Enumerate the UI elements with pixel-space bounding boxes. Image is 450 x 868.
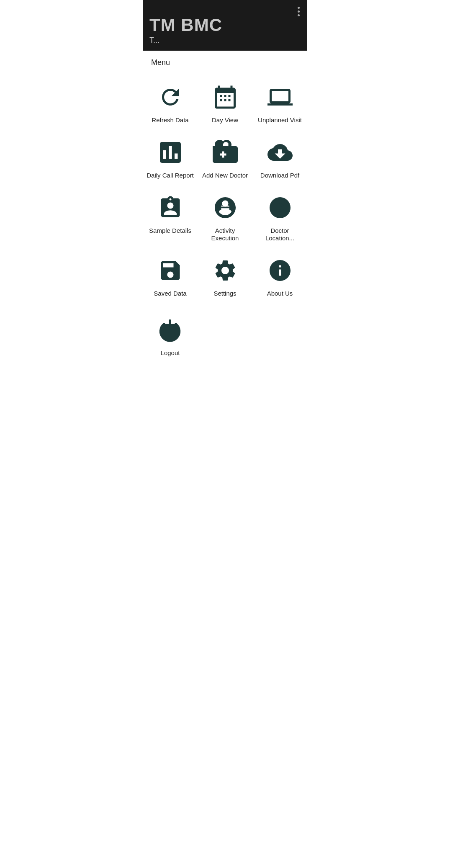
power-icon — [155, 315, 185, 345]
menu-item-saved-data[interactable]: Saved Data — [143, 248, 198, 303]
laptop-icon — [265, 82, 295, 112]
menu-item-add-new-doctor[interactable]: Add New Doctor — [198, 130, 252, 185]
calendar-icon — [210, 82, 240, 112]
menu-item-about-us[interactable]: About Us — [252, 248, 307, 303]
add-new-doctor-label: Add New Doctor — [202, 172, 248, 179]
svg-rect-2 — [169, 146, 172, 159]
download-pdf-label: Download Pdf — [260, 172, 299, 179]
info-icon — [265, 255, 295, 286]
svg-rect-3 — [175, 154, 178, 159]
day-view-label: Day View — [212, 116, 238, 124]
app-subtitle: T... — [149, 36, 301, 45]
location-target-icon — [265, 193, 295, 223]
clipboard-icon — [155, 193, 185, 223]
person-badge-icon — [210, 193, 240, 223]
app-title: TM BMC — [149, 15, 301, 35]
menu-item-download-pdf[interactable]: Download Pdf — [252, 130, 307, 185]
menu-item-settings[interactable]: Settings — [198, 248, 252, 303]
medical-bag-icon — [210, 137, 240, 167]
menu-item-logout[interactable]: Logout — [143, 307, 198, 363]
app-header: TM BMC T... — [143, 0, 307, 51]
svg-point-7 — [277, 205, 283, 211]
svg-rect-1 — [163, 150, 166, 159]
menu-item-unplanned-visit[interactable]: Unplanned Visit — [252, 75, 307, 130]
menu-item-daily-call-report[interactable]: Daily Call Report — [143, 130, 198, 185]
activity-execution-label: Activity Execution — [201, 227, 249, 242]
daily-call-report-label: Daily Call Report — [147, 172, 194, 179]
svg-rect-4 — [221, 206, 229, 207]
gear-icon — [210, 255, 240, 286]
menu-item-activity-execution[interactable]: Activity Execution — [198, 185, 252, 248]
svg-rect-5 — [221, 208, 229, 209]
sample-details-label: Sample Details — [149, 227, 191, 234]
logout-row: Logout — [143, 303, 307, 363]
bar-chart-icon — [155, 137, 185, 167]
menu-item-doctor-location[interactable]: Doctor Location... — [252, 185, 307, 248]
menu-label: Menu — [143, 51, 307, 70]
cloud-download-icon — [265, 137, 295, 167]
logout-label: Logout — [161, 349, 180, 357]
save-icon — [155, 255, 185, 286]
more-options-button[interactable] — [298, 7, 300, 16]
refresh-icon — [155, 82, 185, 112]
doctor-location-label: Doctor Location... — [256, 227, 304, 242]
menu-item-sample-details[interactable]: Sample Details — [143, 185, 198, 248]
settings-label: Settings — [213, 290, 236, 297]
menu-grid: Refresh Data Day View Unplanned Visit — [143, 70, 307, 303]
menu-item-day-view[interactable]: Day View — [198, 75, 252, 130]
about-us-label: About Us — [267, 290, 293, 297]
saved-data-label: Saved Data — [154, 290, 186, 297]
unplanned-visit-label: Unplanned Visit — [258, 116, 302, 124]
refresh-data-label: Refresh Data — [152, 116, 188, 124]
menu-item-refresh-data[interactable]: Refresh Data — [143, 75, 198, 130]
